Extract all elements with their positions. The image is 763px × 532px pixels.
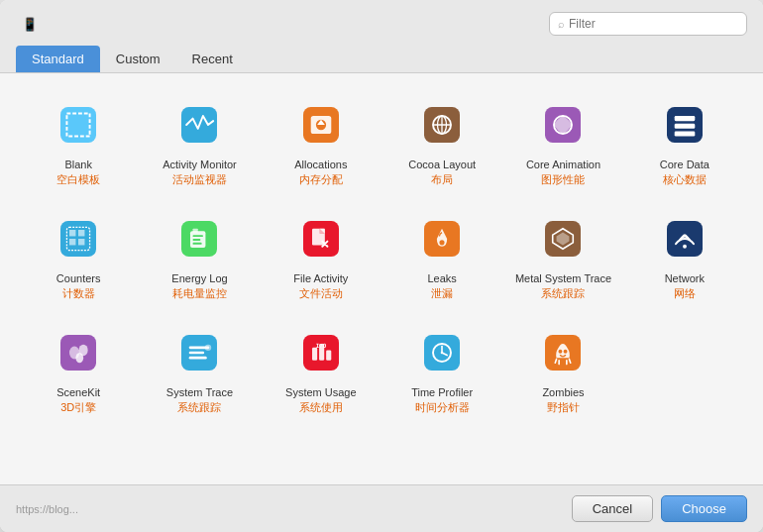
template-icon-activity-monitor bbox=[171, 97, 227, 153]
template-name-activity-monitor: Activity Monitor bbox=[163, 159, 237, 170]
template-name-system-trace: System Trace bbox=[166, 386, 233, 398]
svg-rect-14 bbox=[675, 116, 696, 121]
template-name-leaks: Leaks bbox=[427, 272, 456, 284]
svg-rect-16 bbox=[675, 131, 696, 136]
template-icon-leaks bbox=[414, 211, 470, 266]
template-icon-core-animation bbox=[535, 97, 591, 153]
template-name-cn-core-data: 核心数据 bbox=[663, 172, 707, 187]
header-top: 📱 ⌕ bbox=[16, 12, 747, 36]
template-name-cn-activity-monitor: 活动监视器 bbox=[172, 172, 227, 187]
tab-recent[interactable]: Recent bbox=[176, 46, 249, 72]
template-name-metal-system-trace: Metal System Trace bbox=[515, 272, 611, 284]
templates-grid: Blank 空白模板 Activity Monitor 活动监视器 Alloca… bbox=[20, 89, 743, 423]
template-item-cocoa-layout[interactable]: Cocoa Layout 布局 bbox=[383, 89, 500, 195]
template-item-metal-system-trace[interactable]: Metal System Trace 系统跟踪 bbox=[504, 203, 621, 309]
template-item-file-activity[interactable]: File Activity 文件活动 bbox=[263, 203, 380, 309]
svg-point-56 bbox=[559, 350, 563, 354]
template-icon-core-data bbox=[657, 97, 712, 153]
template-item-core-data[interactable]: Core Data 核心数据 bbox=[626, 89, 743, 195]
svg-rect-48 bbox=[326, 350, 331, 360]
template-name-core-data: Core Data bbox=[660, 159, 709, 170]
tab-standard[interactable]: Standard bbox=[16, 46, 100, 72]
tabs-bar: Standard Custom Recent bbox=[16, 46, 747, 72]
template-icon-system-trace bbox=[171, 325, 227, 380]
svg-rect-20 bbox=[78, 230, 84, 236]
template-item-network[interactable]: Network 网络 bbox=[626, 203, 743, 309]
template-name-cn-leaks: 泄漏 bbox=[431, 286, 453, 301]
filter-box[interactable]: ⌕ bbox=[549, 12, 747, 36]
svg-rect-46 bbox=[312, 348, 317, 361]
svg-point-39 bbox=[76, 353, 84, 363]
template-item-time-profiler[interactable]: Time Profiler 时间分析器 bbox=[383, 317, 500, 423]
tab-custom[interactable]: Custom bbox=[100, 46, 176, 72]
template-item-energy-log[interactable]: Energy Log 耗电量监控 bbox=[141, 203, 258, 309]
template-icon-allocations bbox=[293, 97, 349, 153]
template-name-cn-blank: 空白模板 bbox=[56, 172, 100, 187]
svg-rect-42 bbox=[189, 352, 204, 355]
svg-rect-26 bbox=[193, 235, 203, 237]
template-name-network: Network bbox=[665, 272, 705, 284]
svg-point-44 bbox=[205, 345, 211, 351]
profiling-dialog: 📱 ⌕ Standard Custom Recent Blank 空白模板 bbox=[0, 0, 763, 532]
svg-rect-21 bbox=[69, 239, 75, 245]
template-item-system-usage[interactable]: I/O System Usage 系统使用 bbox=[263, 317, 380, 423]
template-name-zombies: Zombies bbox=[542, 386, 584, 398]
template-name-system-usage: System Usage bbox=[285, 386, 357, 398]
template-item-activity-monitor[interactable]: Activity Monitor 活动监视器 bbox=[141, 89, 258, 195]
svg-rect-19 bbox=[69, 230, 75, 236]
template-name-cn-cocoa-layout: 布局 bbox=[431, 172, 453, 187]
svg-rect-27 bbox=[193, 239, 201, 241]
template-name-cn-allocations: 内存分配 bbox=[299, 172, 343, 187]
template-name-cn-network: 网络 bbox=[674, 286, 696, 301]
template-item-zombies[interactable]: Zombies 野指针 bbox=[504, 317, 621, 423]
template-icon-file-activity bbox=[293, 211, 349, 266]
template-icon-counters bbox=[51, 211, 106, 266]
template-name-cn-system-trace: 系统跟踪 bbox=[177, 400, 221, 415]
svg-rect-15 bbox=[675, 124, 696, 129]
footer-url: https://blog... bbox=[16, 503, 78, 515]
template-name-cn-zombies: 野指针 bbox=[547, 400, 580, 415]
template-icon-blank bbox=[51, 97, 106, 153]
template-item-system-trace[interactable]: System Trace 系统跟踪 bbox=[141, 317, 258, 423]
template-item-counters[interactable]: Counters 计数器 bbox=[20, 203, 137, 309]
dialog-title: 📱 bbox=[16, 17, 44, 32]
dialog-header: 📱 ⌕ Standard Custom Recent bbox=[0, 0, 763, 73]
template-item-allocations[interactable]: Allocations 内存分配 bbox=[263, 89, 380, 195]
template-name-cn-metal-system-trace: 系统跟踪 bbox=[541, 286, 585, 301]
template-name-cn-core-animation: 图形性能 bbox=[541, 172, 585, 187]
filter-input[interactable] bbox=[569, 17, 738, 31]
template-icon-scenekit bbox=[51, 325, 106, 380]
device-icon: 📱 bbox=[22, 17, 38, 32]
template-item-core-animation[interactable]: Core Animation 图形性能 bbox=[504, 89, 621, 195]
template-icon-network bbox=[657, 211, 712, 266]
template-name-allocations: Allocations bbox=[294, 159, 347, 170]
template-icon-metal-system-trace bbox=[535, 211, 591, 266]
template-name-cn-file-activity: 文件活动 bbox=[299, 286, 343, 301]
svg-rect-43 bbox=[189, 357, 207, 360]
template-item-leaks[interactable]: Leaks 泄漏 bbox=[383, 203, 500, 309]
template-name-energy-log: Energy Log bbox=[171, 272, 227, 284]
templates-grid-container: Blank 空白模板 Activity Monitor 活动监视器 Alloca… bbox=[0, 73, 763, 484]
svg-rect-0 bbox=[60, 107, 96, 143]
svg-text:I/O: I/O bbox=[316, 343, 327, 349]
template-icon-zombies bbox=[535, 325, 591, 380]
svg-point-35 bbox=[683, 245, 687, 249]
template-name-file-activity: File Activity bbox=[293, 272, 348, 284]
template-name-time-profiler: Time Profiler bbox=[411, 386, 473, 398]
choose-button[interactable]: Choose bbox=[661, 495, 747, 522]
cancel-button[interactable]: Cancel bbox=[572, 495, 653, 522]
dialog-footer: https://blog... Cancel Choose bbox=[0, 484, 763, 532]
filter-icon: ⌕ bbox=[558, 18, 565, 30]
template-icon-cocoa-layout bbox=[414, 97, 470, 153]
template-icon-energy-log bbox=[171, 211, 227, 266]
template-item-blank[interactable]: Blank 空白模板 bbox=[20, 89, 137, 195]
template-name-scenekit: SceneKit bbox=[56, 386, 100, 398]
template-name-cn-counters: 计数器 bbox=[62, 286, 95, 301]
template-name-core-animation: Core Animation bbox=[526, 159, 600, 170]
template-name-counters: Counters bbox=[56, 272, 101, 284]
svg-point-32 bbox=[440, 240, 445, 245]
template-name-blank: Blank bbox=[64, 159, 92, 170]
template-item-scenekit[interactable]: SceneKit 3D引擎 bbox=[20, 317, 137, 423]
template-name-cn-system-usage: 系统使用 bbox=[299, 400, 343, 415]
template-name-cocoa-layout: Cocoa Layout bbox=[408, 159, 476, 170]
